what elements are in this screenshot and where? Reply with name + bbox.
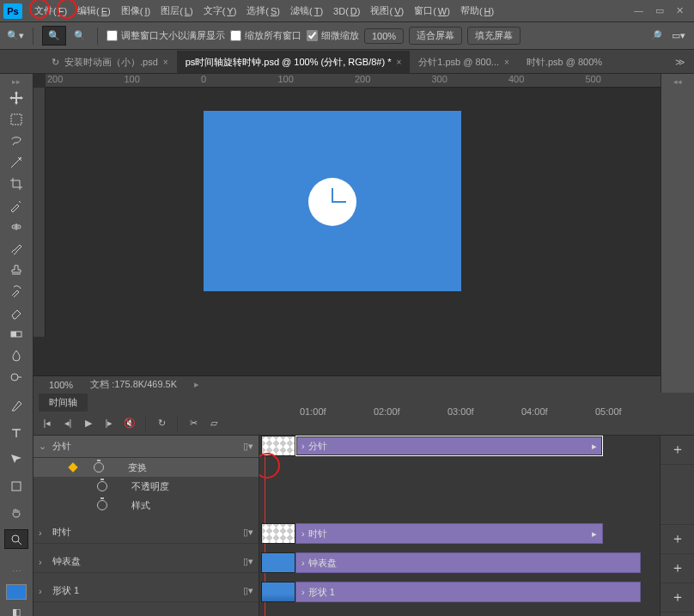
zoom-tool-icon[interactable] (4, 529, 28, 549)
type-tool-icon[interactable] (4, 423, 28, 442)
audio-icon[interactable]: 🔇 (121, 416, 138, 431)
chevron-right-icon[interactable]: › (39, 557, 47, 567)
add-track-button[interactable]: ＋ (661, 436, 694, 465)
path-tool-icon[interactable] (4, 449, 28, 469)
transition-icon[interactable]: ▱ (205, 416, 222, 431)
timeline-prop-row[interactable]: 样式 (33, 496, 259, 515)
menu-select[interactable]: 选择(S) (241, 1, 285, 21)
layer-options-icon[interactable]: ▯▾ (243, 585, 253, 596)
menu-layer[interactable]: 图层(L) (155, 1, 198, 21)
stopwatch-icon[interactable] (97, 500, 107, 510)
eyedropper-tool-icon[interactable] (4, 195, 28, 215)
prev-frame-icon[interactable]: ◂| (59, 416, 76, 431)
crop-tool-icon[interactable] (4, 174, 28, 193)
workspace-menu-icon[interactable]: ▭▾ (670, 27, 687, 45)
zoom-level[interactable]: 100% (49, 380, 73, 390)
canvas[interactable] (204, 111, 461, 291)
window-maximize-icon[interactable]: ▭ (655, 5, 664, 16)
lasso-tool-icon[interactable] (4, 131, 28, 150)
timeline-tab[interactable]: 时间轴 (39, 393, 88, 412)
menu-edit[interactable]: 编辑(E) (72, 1, 116, 21)
close-icon[interactable]: × (163, 58, 168, 67)
window-minimize-icon[interactable]: — (634, 5, 643, 16)
menu-image[interactable]: 图像(I) (116, 1, 155, 21)
layer-options-icon[interactable]: ▯▾ (243, 441, 253, 452)
layer-options-icon[interactable]: ▯▾ (243, 527, 253, 538)
doc-info[interactable]: 文档 :175.8K/469.5K (90, 378, 177, 391)
zoom-out-icon[interactable]: 🔍 (71, 27, 88, 45)
stamp-tool-icon[interactable] (4, 259, 28, 279)
menu-3d[interactable]: 3D(D) (328, 1, 365, 21)
marquee-tool-icon[interactable] (4, 109, 28, 129)
zoom-in-icon[interactable]: 🔍 (42, 26, 66, 46)
pen-tool-icon[interactable] (4, 396, 28, 416)
canvas-area[interactable]: 2001000100200300400500 100% 文档 :175.8K/4… (33, 74, 661, 393)
menu-file[interactable]: 文件(F) (29, 1, 72, 21)
gradient-tool-icon[interactable] (4, 324, 28, 344)
zoom-all-checkbox[interactable]: 缩放所有窗口 (230, 29, 301, 42)
zoom-100-button[interactable]: 100% (364, 28, 404, 44)
move-tool-icon[interactable] (4, 88, 28, 107)
close-icon[interactable]: × (504, 58, 509, 67)
search-icon[interactable]: 🔎 (648, 27, 665, 45)
document-tab[interactable]: ps时间轴旋转时钟.psd @ 100% (分针, RGB/8#) *× (177, 51, 411, 73)
chevron-right-icon[interactable]: › (39, 528, 47, 538)
healing-tool-icon[interactable] (4, 217, 28, 236)
fit-window-checkbox[interactable]: 调整窗口大小以满屏显示 (107, 29, 225, 42)
first-frame-icon[interactable]: |◂ (39, 416, 56, 431)
menu-help[interactable]: 帮助(H) (455, 1, 499, 21)
wand-tool-icon[interactable] (4, 152, 28, 172)
split-icon[interactable]: ✂ (185, 416, 202, 431)
ruler-vertical[interactable] (33, 88, 46, 337)
chevron-down-icon[interactable]: ⌄ (39, 441, 47, 452)
timeline-layer-row[interactable]: › 形状 1 ▯▾ (33, 580, 259, 602)
shape-tool-icon[interactable] (4, 476, 28, 496)
brush-tool-icon[interactable] (4, 238, 28, 258)
timeline-tracks[interactable]: › 分针▸ › 时针▸ › 钟表盘 › 形状 1 (259, 436, 660, 616)
menu-window[interactable]: 窗口(W) (409, 1, 455, 21)
tab-overflow-icon[interactable]: ≫ (667, 52, 694, 73)
document-tab[interactable]: 时针.psb @ 800% (518, 51, 611, 73)
foreground-swatch[interactable] (6, 584, 27, 600)
menu-filter[interactable]: 滤镜(T) (285, 1, 328, 21)
menu-view[interactable]: 视图(V) (365, 1, 409, 21)
document-tab[interactable]: ↻安装时动画（小）.psd× (43, 51, 177, 73)
menu-type[interactable]: 文字(Y) (198, 1, 242, 21)
chevron-right-icon[interactable]: › (39, 586, 47, 596)
play-icon[interactable]: ▶ (80, 416, 97, 431)
layer-options-icon[interactable]: ▯▾ (243, 556, 253, 567)
timeline-add-column: ＋ ＋ ＋ ＋ (660, 436, 694, 616)
ruler-horizontal[interactable]: 2001000100200300400500 (46, 74, 661, 88)
video-clip[interactable]: › 时针▸ (295, 523, 603, 544)
dodge-tool-icon[interactable] (4, 367, 28, 387)
video-clip[interactable]: › 分针▸ (295, 436, 603, 456)
fill-screen-button[interactable]: 填充屏幕 (467, 27, 520, 45)
video-clip[interactable]: › 钟表盘 (295, 552, 641, 573)
add-track-button[interactable]: ＋ (661, 583, 694, 613)
loop-icon[interactable]: ↻ (153, 416, 170, 431)
stopwatch-icon[interactable] (97, 481, 107, 491)
add-track-button[interactable]: ＋ (661, 554, 694, 583)
history-brush-tool-icon[interactable] (4, 281, 28, 301)
fit-screen-button[interactable]: 适合屏幕 (409, 27, 462, 45)
document-tab[interactable]: 分针1.psb @ 800...× (410, 51, 518, 73)
close-icon[interactable]: × (396, 58, 401, 67)
add-track-button[interactable]: ＋ (661, 525, 694, 554)
timeline-layer-row[interactable]: ⌄ 分针 ▯▾ (33, 436, 259, 458)
tool-preset-icon[interactable]: 🔍▾ (7, 27, 24, 45)
video-clip[interactable]: › 形状 1 (295, 582, 641, 602)
next-frame-icon[interactable]: |▸ (100, 416, 118, 431)
blur-tool-icon[interactable] (4, 345, 28, 365)
timeline-layer-row[interactable]: › 时针 ▯▾ (33, 521, 259, 544)
prop-label: 不透明度 (131, 480, 169, 493)
eraser-tool-icon[interactable] (4, 302, 28, 322)
keyframe-icon[interactable] (68, 462, 77, 472)
timeline-prop-row[interactable]: 不透明度 (33, 477, 259, 496)
window-close-icon[interactable]: ✕ (676, 5, 684, 16)
scrubby-zoom-checkbox[interactable]: 细微缩放 (307, 29, 359, 42)
timeline-prop-row[interactable]: 变换 (33, 458, 259, 477)
timeline-layer-row[interactable]: › 钟表盘 ▯▾ (33, 551, 259, 573)
stopwatch-icon[interactable] (94, 462, 104, 473)
color-mode-icon[interactable]: ◧ (12, 607, 21, 616)
hand-tool-icon[interactable] (4, 503, 28, 522)
